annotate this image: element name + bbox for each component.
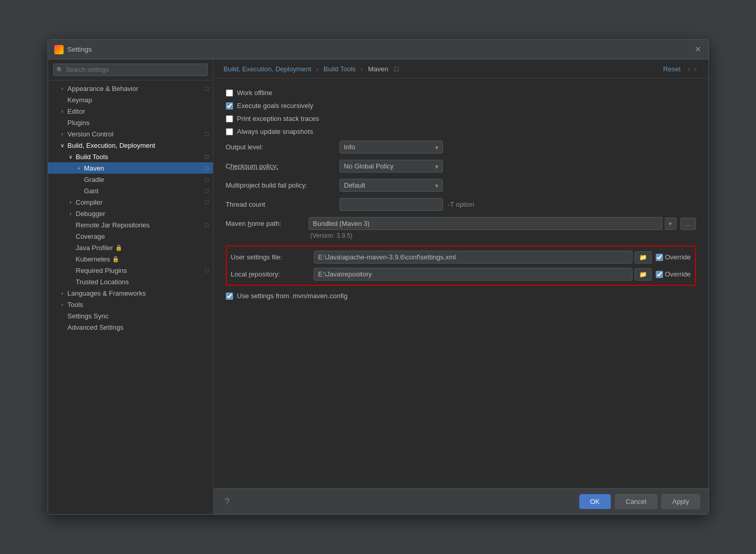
output-level-select[interactable]: Info Debug Verbose [340, 141, 443, 153]
maven-home-label: Maven home path: [226, 220, 308, 227]
maven-home-dropdown-button[interactable]: ▾ [665, 218, 676, 230]
sidebar-item-label: Trusted Locations [76, 278, 129, 286]
sidebar-item-trusted-locations[interactable]: Trusted Locations [48, 276, 213, 287]
ok-button[interactable]: OK [579, 494, 611, 509]
execute-goals-row: Execute goals recursively [226, 102, 696, 110]
search-input[interactable] [53, 64, 208, 76]
local-repo-browse-button[interactable]: 📁 [635, 268, 652, 281]
sidebar-item-label: Editor [68, 107, 85, 115]
user-settings-input[interactable] [314, 251, 632, 264]
sidebar-item-label: Languages & Frameworks [68, 289, 146, 297]
sidebar-item-languages[interactable]: › Languages & Frameworks [48, 287, 213, 299]
maven-home-input[interactable] [308, 217, 662, 230]
reset-button[interactable]: Reset [663, 65, 681, 73]
multiproject-select-wrap: Default At End Never Fail Fast [340, 179, 443, 192]
checksum-policy-select[interactable]: No Global Policy Warn Fail Ignore [340, 160, 443, 173]
breadcrumb-part1[interactable]: Build, Execution, Deployment [224, 65, 312, 73]
work-offline-row: Work offline [226, 89, 696, 97]
nav-back-arrow[interactable]: ‹ [687, 65, 691, 73]
sidebar-item-build-tools[interactable]: ∨ Build Tools □ [48, 151, 213, 162]
print-exceptions-label[interactable]: Print exception stack traces [237, 115, 319, 122]
sidebar-item-java-profiler[interactable]: Java Profiler 🔒 [48, 242, 213, 253]
sidebar-item-tools[interactable]: › Tools [48, 299, 213, 310]
use-settings-row: Use settings from .mvn/maven.config [226, 292, 696, 300]
sidebar-item-label: Advanced Settings [68, 324, 124, 331]
sidebar-item-gant[interactable]: Gant □ [48, 185, 213, 196]
pin-icon: □ [205, 85, 209, 91]
sidebar-item-editor[interactable]: › Editor [48, 105, 213, 117]
sidebar-item-build-exec[interactable]: ∨ Build, Execution, Deployment [48, 140, 213, 151]
always-update-label[interactable]: Always update snapshots [237, 128, 313, 135]
nav-forward-arrow[interactable]: › [693, 65, 698, 73]
search-wrap [53, 64, 208, 76]
sidebar-tree: › Appearance & Behavior □ Keymap › Edito… [48, 81, 213, 514]
sidebar-item-debugger[interactable]: › Debugger [48, 208, 213, 219]
checksum-label-text: Checksum policy: [226, 162, 279, 170]
local-repo-override-label[interactable]: Override [665, 270, 691, 278]
sidebar-item-label: Gant [84, 187, 99, 195]
sidebar-item-plugins[interactable]: Plugins [48, 117, 213, 128]
sidebar-item-advanced-settings[interactable]: Advanced Settings [48, 321, 213, 333]
thread-count-label: Thread count [226, 201, 340, 208]
pin-icon: □ [205, 199, 209, 205]
work-offline-checkbox[interactable] [226, 89, 233, 97]
user-settings-override-checkbox[interactable] [656, 254, 663, 261]
sidebar-item-coverage[interactable]: Coverage [48, 230, 213, 242]
checksum-select-wrap: No Global Policy Warn Fail Ignore [340, 160, 443, 173]
thread-count-input[interactable] [340, 198, 443, 211]
use-settings-checkbox[interactable] [226, 293, 233, 300]
user-settings-browse-button[interactable]: 📁 [635, 251, 652, 264]
t-option-label: -T option [448, 201, 474, 208]
always-update-checkbox[interactable] [226, 128, 233, 135]
chevron-right-icon: › [58, 130, 67, 138]
work-offline-label[interactable]: Work offline [237, 89, 272, 97]
breadcrumb-pin-icon[interactable]: □ [394, 65, 398, 73]
sidebar: › Appearance & Behavior □ Keymap › Edito… [48, 59, 213, 514]
apply-button[interactable]: Apply [661, 494, 700, 509]
sidebar-search-area [48, 59, 213, 81]
cancel-button[interactable]: Cancel [615, 494, 657, 509]
lock-icon: 🔒 [115, 244, 122, 251]
use-settings-label[interactable]: Use settings from .mvn/maven.config [237, 292, 348, 300]
breadcrumb-current: Maven [368, 65, 388, 73]
sidebar-item-label: Coverage [76, 233, 105, 240]
sidebar-item-maven[interactable]: › Maven □ [48, 162, 213, 174]
chevron-down-icon: ∨ [58, 141, 67, 149]
sidebar-item-required-plugins[interactable]: Required Plugins □ [48, 265, 213, 276]
sidebar-item-compiler[interactable]: › Compiler □ [48, 196, 213, 208]
chevron-right-icon: › [58, 289, 67, 297]
sidebar-item-appearance[interactable]: › Appearance & Behavior □ [48, 83, 213, 94]
help-icon[interactable]: ? [222, 496, 233, 507]
sidebar-item-version-control[interactable]: › Version Control □ [48, 128, 213, 140]
output-level-select-wrap: Info Debug Verbose [340, 141, 443, 153]
breadcrumb-sep2: › [361, 65, 363, 73]
nav-arrows: ‹ › [687, 65, 698, 73]
multiproject-select[interactable]: Default At End Never Fail Fast [340, 179, 443, 192]
maven-home-input-wrap: ▾ … [308, 217, 696, 230]
spacer [67, 243, 75, 252]
bottom-bar: ? OK Cancel Apply [213, 488, 708, 514]
print-exceptions-checkbox[interactable] [226, 115, 233, 122]
maven-settings-content: Work offline Execute goals recursively P… [213, 79, 708, 488]
spacer [67, 221, 75, 229]
user-settings-override-label[interactable]: Override [665, 253, 691, 261]
pin-icon: □ [205, 267, 209, 273]
sidebar-item-kubernetes[interactable]: Kubernetes 🔒 [48, 253, 213, 265]
sidebar-item-label: Gradle [84, 176, 104, 183]
breadcrumb-part2[interactable]: Build Tools [323, 65, 356, 73]
spacer [67, 232, 75, 240]
sidebar-item-gradle[interactable]: Gradle □ [48, 174, 213, 185]
close-button[interactable]: ✕ [694, 45, 702, 54]
titlebar: Settings ✕ [48, 40, 708, 59]
execute-goals-checkbox[interactable] [226, 102, 233, 110]
spacer [75, 175, 83, 183]
execute-goals-label[interactable]: Execute goals recursively [237, 102, 313, 110]
chevron-right-icon: › [67, 209, 75, 218]
sidebar-item-remote-jar[interactable]: Remote Jar Repositories □ [48, 219, 213, 230]
sidebar-item-settings-sync[interactable]: Settings Sync [48, 310, 213, 321]
local-repo-input[interactable] [314, 268, 632, 281]
local-repo-override-checkbox[interactable] [656, 271, 663, 278]
sidebar-item-label: Debugger [76, 210, 105, 218]
sidebar-item-keymap[interactable]: Keymap [48, 94, 213, 105]
maven-home-browse-button[interactable]: … [681, 218, 696, 230]
